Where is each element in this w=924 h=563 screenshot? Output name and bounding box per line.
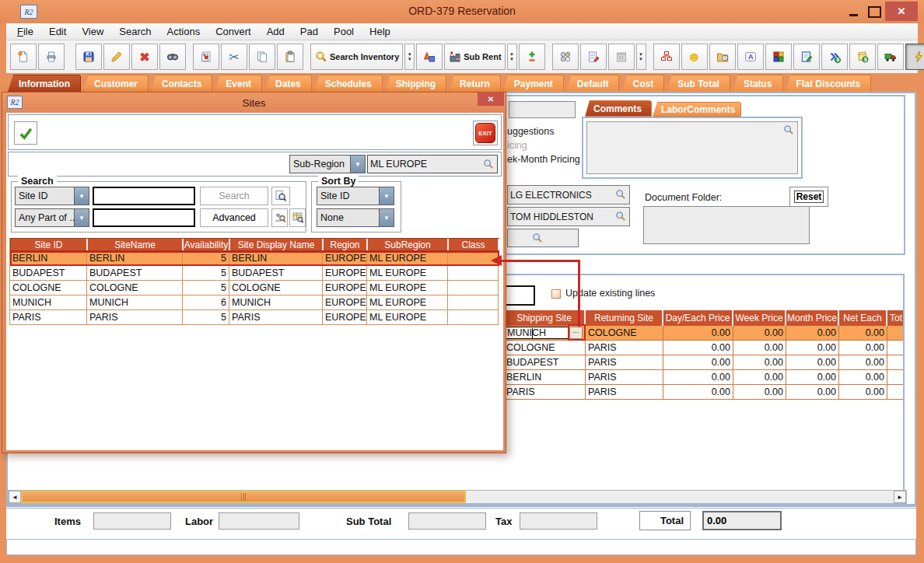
copy-button[interactable]: [249, 44, 275, 70]
dollar-arrows-button[interactable]: $: [821, 44, 848, 70]
total-field[interactable]: 0.00: [702, 511, 782, 530]
dialog-exit-button[interactable]: EXIT: [473, 121, 498, 145]
calendar-button[interactable]: [608, 44, 635, 70]
chevron-down-icon[interactable]: [404, 44, 415, 70]
tab-sub-total[interactable]: Sub Total: [667, 75, 730, 92]
advanced-button[interactable]: Advanced: [200, 208, 268, 227]
scrollbar-thumb[interactable]: [21, 491, 466, 503]
menu-item-view[interactable]: View: [74, 24, 111, 39]
lookup-field[interactable]: [507, 229, 579, 247]
table-row[interactable]: MUNICH...COLOGNE0.000.000.000.00: [504, 326, 903, 341]
menu-item-search[interactable]: Search: [111, 24, 159, 39]
column-header[interactable]: Availability: [184, 239, 230, 250]
tab-laborcomments[interactable]: LaborComments: [653, 102, 741, 117]
group-question-button[interactable]: ?: [552, 44, 579, 70]
sort-secondary-combo[interactable]: None: [317, 208, 394, 227]
column-header[interactable]: Class: [449, 239, 499, 250]
tab-default[interactable]: Default: [566, 75, 620, 92]
table-row[interactable]: COLOGNEPARIS0.000.000.000.00: [504, 341, 903, 355]
labor-field[interactable]: [219, 512, 299, 530]
find-doc-icon[interactable]: [271, 187, 290, 205]
subtotal-field[interactable]: [408, 512, 486, 530]
tab-comments[interactable]: Comments: [585, 100, 652, 117]
table-row[interactable]: PARISPARIS5PARISEUROPEML EUROPE: [10, 310, 499, 325]
notepad-button[interactable]: [580, 44, 607, 70]
minimize-icon[interactable]: [845, 4, 862, 19]
dialog-close-icon[interactable]: [478, 93, 504, 106]
reset-button[interactable]: Reset: [794, 191, 824, 203]
smiley-button[interactable]: ☻: [681, 44, 708, 70]
tab-cost[interactable]: Cost: [621, 75, 664, 92]
menu-item-pool[interactable]: Pool: [326, 24, 362, 39]
chevron-down-icon[interactable]: [507, 44, 517, 70]
column-header[interactable]: Net Each: [839, 310, 887, 326]
subregion-combo[interactable]: Sub-Region: [289, 155, 366, 173]
column-header[interactable]: Shipping Site: [504, 310, 586, 326]
table-row[interactable]: BUDAPESTPARIS0.000.000.000.00: [504, 355, 903, 370]
contact-field[interactable]: TOM HIDDLESTON: [507, 207, 630, 226]
tab-customer[interactable]: Customer: [83, 75, 149, 92]
cut-button[interactable]: ✂: [221, 44, 247, 70]
menu-item-convert[interactable]: Convert: [208, 24, 259, 39]
cubes-button[interactable]: [765, 44, 792, 70]
sub-rent-button[interactable]: Sub Rent: [444, 44, 505, 70]
accept-button[interactable]: [14, 121, 37, 145]
lightning-button[interactable]: [905, 44, 924, 70]
document-folder-box[interactable]: [643, 206, 810, 244]
table-row[interactable]: MUNICHMUNICH6MUNICHEUROPEML EUROPE: [10, 295, 499, 310]
customer-field[interactable]: LG ELECTRONICS: [507, 185, 630, 205]
column-header[interactable]: Month Price: [786, 310, 839, 326]
column-header[interactable]: Site ID: [11, 239, 88, 250]
delete-x-button[interactable]: ✖: [131, 44, 158, 70]
binoculars-button[interactable]: [159, 44, 186, 70]
subregion-value-field[interactable]: ML EUROPE: [367, 155, 498, 173]
column-header[interactable]: Tot: [887, 310, 903, 326]
scroll-right-icon[interactable]: [894, 491, 906, 503]
find-grid-icon[interactable]: [289, 208, 306, 227]
search-icon[interactable]: [783, 124, 795, 136]
new-document-button[interactable]: [10, 44, 37, 70]
column-header[interactable]: Returning Site: [586, 310, 663, 326]
menu-item-file[interactable]: File: [9, 24, 41, 39]
org-chart-button[interactable]: [653, 44, 680, 70]
table-row[interactable]: BERLINBERLIN5BERLINEUROPEML EUROPE: [10, 251, 499, 266]
chevron-down-icon[interactable]: [636, 44, 646, 70]
comments-textarea[interactable]: [586, 121, 798, 174]
tab-schedules[interactable]: Schedules: [314, 75, 383, 92]
edit-document-button[interactable]: [793, 44, 820, 70]
print-button[interactable]: [38, 44, 65, 70]
tab-status[interactable]: Status: [733, 75, 783, 92]
scroll-left-icon[interactable]: [9, 491, 21, 503]
tab-payment[interactable]: Payment: [503, 75, 564, 92]
save-button[interactable]: [75, 44, 102, 70]
table-row[interactable]: BUDAPESTBUDAPEST5BUDAPESTEUROPEML EUROPE: [10, 266, 499, 281]
table-row[interactable]: COLOGNECOLOGNE5COLOGNEEUROPEML EUROPE: [10, 281, 499, 295]
folder-clock-button[interactable]: [709, 44, 736, 70]
column-header[interactable]: SubRegion: [368, 239, 449, 250]
tab-flat-discounts[interactable]: Flat Discounts: [786, 75, 872, 92]
tab-dates[interactable]: Dates: [264, 75, 312, 92]
tax-field[interactable]: [520, 512, 597, 530]
keyboard-key-button[interactable]: A: [737, 44, 764, 70]
tab-event[interactable]: Event: [215, 75, 262, 92]
search-inventory-button[interactable]: Search Inventory: [310, 44, 403, 70]
column-header[interactable]: Site Display Name: [230, 239, 324, 250]
edit-pencil-button[interactable]: [103, 44, 130, 70]
paste-special-button[interactable]: [193, 44, 219, 70]
close-icon[interactable]: [885, 2, 918, 21]
search-value-input-2[interactable]: [93, 208, 195, 227]
table-row[interactable]: PARISPARIS0.000.000.000.00: [504, 385, 903, 400]
menu-item-add[interactable]: Add: [259, 24, 292, 39]
menu-item-edit[interactable]: Edit: [41, 24, 74, 39]
horizontal-scrollbar[interactable]: [8, 490, 907, 504]
plus-minus-button[interactable]: [519, 44, 545, 70]
truck-button[interactable]: [877, 44, 904, 70]
items-field[interactable]: [93, 512, 171, 530]
column-header[interactable]: Week Price: [733, 310, 786, 326]
quantity-input[interactable]: [502, 285, 535, 306]
info-field[interactable]: [509, 101, 576, 118]
tab-return[interactable]: Return: [449, 75, 501, 92]
shipping-site-editbox[interactable]: MUNICH: [505, 327, 569, 339]
sort-primary-combo[interactable]: Site ID: [317, 187, 394, 205]
shapes-button[interactable]: [416, 44, 443, 70]
